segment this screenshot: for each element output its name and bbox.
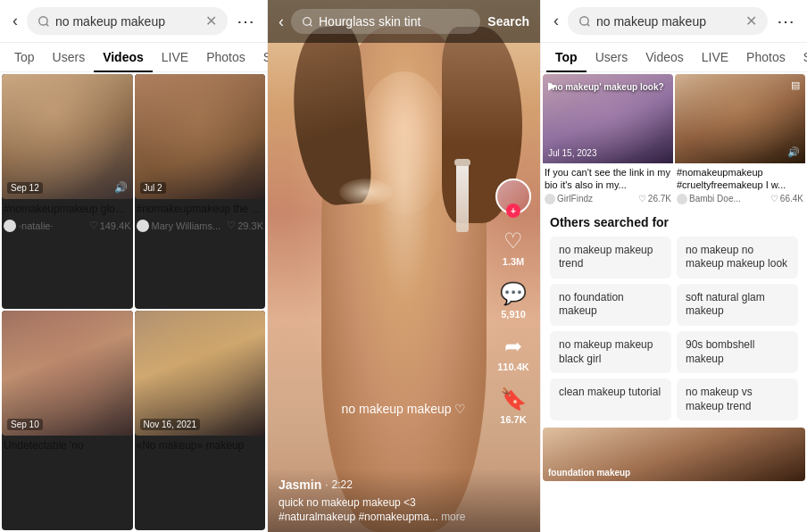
center-search-wrap[interactable]: Hourglass skin tint bbox=[291, 9, 480, 34]
center-back-button[interactable]: ‹ bbox=[279, 12, 284, 31]
top-video-date-1: Jul 15, 2023 bbox=[548, 148, 597, 158]
like-count: 1.3M bbox=[503, 256, 524, 267]
left-search-bar: ‹ no makeup makeup ✕ ⋯ bbox=[0, 0, 267, 43]
video-meta-1: ·natalie· ♡ 149.4K bbox=[4, 220, 131, 232]
share-button[interactable]: ➦ 110.4K bbox=[497, 334, 528, 372]
left-clear-button[interactable]: ✕ bbox=[205, 12, 217, 29]
video-author-1: ·natalie· bbox=[4, 220, 54, 232]
left-search-input-wrap[interactable]: no makeup makeup ✕ bbox=[27, 7, 228, 35]
video-card-1[interactable]: Sep 12 🔊 #nomakeupmakeup glowy no makeup… bbox=[2, 74, 133, 309]
left-more-button[interactable]: ⋯ bbox=[233, 9, 258, 34]
left-search-text: no makeup makeup bbox=[55, 14, 200, 29]
tab-top-left[interactable]: Top bbox=[5, 43, 44, 71]
right-search-icon bbox=[578, 15, 591, 28]
left-tabs: Top Users Videos LIVE Photos Shop bbox=[0, 43, 267, 72]
video-timestamp: 2:22 bbox=[332, 478, 353, 491]
svg-point-0 bbox=[39, 16, 47, 24]
heart-icon: ♡ bbox=[503, 229, 523, 254]
tab-photos-right[interactable]: Photos bbox=[737, 43, 795, 71]
svg-line-1 bbox=[46, 23, 49, 26]
top-video-card-2[interactable]: 🔊 ▤ #nomakeupmakeup #crueltyfreemakeup I… bbox=[675, 74, 805, 206]
top-video-author-1: GirlFindz bbox=[545, 194, 593, 204]
video-likes-2: ♡ 29.3K bbox=[227, 220, 263, 231]
others-item-7[interactable]: clean makeup tutorial bbox=[550, 378, 671, 420]
tab-videos-left[interactable]: Videos bbox=[94, 43, 153, 71]
left-back-button[interactable]: ‹ bbox=[9, 10, 21, 32]
video-title-2: #nomakeupmakeup the easiest "no makeup" … bbox=[137, 203, 264, 217]
creator-avatar[interactable]: + bbox=[495, 179, 531, 214]
tab-live-left[interactable]: LIVE bbox=[153, 43, 197, 71]
right-tabs: Top Users Videos LIVE Photos Shop bbox=[541, 43, 807, 72]
video-likes-1: ♡ 149.4K bbox=[89, 220, 131, 231]
center-search-icon bbox=[302, 16, 313, 28]
right-bottom-thumb[interactable]: foundation makeup bbox=[543, 428, 805, 481]
left-videos-grid: Sep 12 🔊 #nomakeupmakeup glowy no makeup… bbox=[0, 72, 267, 532]
svg-point-4 bbox=[580, 16, 588, 24]
others-item-8[interactable]: no makeup vs makeup trend bbox=[677, 378, 798, 420]
right-search-text: no makeup makeup bbox=[596, 14, 740, 29]
video-thumb-3: Sep 10 bbox=[2, 311, 133, 436]
comment-button[interactable]: 💬 5,910 bbox=[500, 281, 527, 320]
video-title-3: Undetectable 'no bbox=[4, 439, 131, 453]
tab-users-right[interactable]: Users bbox=[587, 43, 637, 71]
video-info-3: Undetectable 'no bbox=[2, 436, 133, 455]
right-search-input-wrap[interactable]: no makeup makeup ✕ bbox=[568, 7, 768, 35]
top-video-meta-1: GirlFindz ♡ 26.7K bbox=[545, 194, 671, 204]
video-title-1: #nomakeupmakeup glowy no makeup make... bbox=[4, 203, 131, 217]
top-video-title-1: If you can't see the link in my bio it's… bbox=[545, 166, 671, 192]
share-count: 110.4K bbox=[497, 362, 528, 372]
video-username: Jasmin bbox=[279, 478, 321, 492]
top-video-thumb-2: 🔊 ▤ bbox=[675, 74, 805, 163]
bookmark-count: 16.7K bbox=[500, 414, 526, 425]
video-info-2: #nomakeupmakeup the easiest "no makeup" … bbox=[135, 199, 266, 234]
author-avatar-2 bbox=[137, 220, 149, 232]
comment-count: 5,910 bbox=[501, 309, 526, 320]
svg-line-3 bbox=[310, 24, 312, 26]
top-video-meta-2: Bambi Doe... ♡ 66.4K bbox=[677, 194, 803, 204]
top-video-sound-icon-2: 🔊 bbox=[787, 146, 800, 158]
video-date-4: Nov 16, 2021 bbox=[140, 419, 201, 430]
center-search-button[interactable]: Search bbox=[487, 14, 529, 29]
tab-shop-right[interactable]: Shop bbox=[795, 43, 807, 71]
video-card-2[interactable]: Jul 2 #nomakeupmakeup the easiest "no ma… bbox=[135, 74, 266, 309]
tab-photos-left[interactable]: Photos bbox=[197, 43, 254, 71]
video-card-4[interactable]: Nov 16, 2021 «No makeup» makeup bbox=[135, 311, 266, 530]
right-clear-button[interactable]: ✕ bbox=[745, 12, 757, 29]
tab-top-right[interactable]: Top bbox=[546, 43, 587, 71]
video-info-4: «No makeup» makeup bbox=[135, 436, 266, 455]
top-author-avatar-1 bbox=[545, 194, 555, 204]
no-makeup-label: no makeup makeup ♡ bbox=[342, 402, 467, 416]
tab-videos-right[interactable]: Videos bbox=[636, 43, 693, 71]
right-back-button[interactable]: ‹ bbox=[550, 10, 562, 32]
others-item-6[interactable]: 90s bombshell makeup bbox=[677, 331, 798, 373]
others-item-1[interactable]: no makeup makeup trend bbox=[550, 237, 671, 278]
video-more-button[interactable]: more bbox=[441, 511, 465, 523]
top-video-overlay-1: 'no makeup' makeup look? bbox=[550, 81, 664, 93]
top-video-play-icon-1: ▶ bbox=[548, 79, 556, 92]
video-date-2: Jul 2 bbox=[140, 182, 166, 194]
author-avatar-1 bbox=[4, 220, 16, 232]
top-video-title-2: #nomakeupmakeup #crueltyfreemakeup I w..… bbox=[677, 166, 803, 192]
video-title-4: «No makeup» makeup bbox=[137, 439, 264, 453]
top-video-card-1[interactable]: 'no makeup' makeup look? ▶ Jul 15, 2023 … bbox=[543, 74, 673, 206]
tab-users-left[interactable]: Users bbox=[44, 43, 95, 71]
right-more-button[interactable]: ⋯ bbox=[773, 9, 798, 34]
top-video-info-2: #nomakeupmakeup #crueltyfreemakeup I w..… bbox=[675, 163, 805, 206]
others-item-2[interactable]: no makeup no makeup makeup look bbox=[677, 237, 798, 278]
others-item-4[interactable]: soft natural glam makeup bbox=[677, 284, 798, 326]
bookmark-icon: 🔖 bbox=[500, 387, 527, 411]
others-item-3[interactable]: no foundation makeup bbox=[550, 284, 671, 326]
others-item-5[interactable]: no makeup makeup black girl bbox=[550, 331, 671, 373]
follow-plus-badge[interactable]: + bbox=[506, 204, 520, 218]
svg-line-5 bbox=[587, 23, 590, 26]
video-card-3[interactable]: Sep 10 Undetectable 'no bbox=[2, 311, 133, 530]
video-author-2: Mary Williams... bbox=[137, 220, 221, 232]
bookmark-button[interactable]: 🔖 16.7K bbox=[500, 387, 527, 425]
video-sound-1: 🔊 bbox=[114, 181, 128, 194]
video-thumb-4: Nov 16, 2021 bbox=[135, 311, 266, 436]
tab-live-right[interactable]: LIVE bbox=[693, 43, 737, 71]
search-icon bbox=[37, 15, 50, 28]
share-icon: ➦ bbox=[504, 334, 522, 359]
like-button[interactable]: ♡ 1.3M bbox=[503, 229, 524, 267]
video-tags: #naturalmakeup #nomakeupma... more bbox=[279, 511, 495, 523]
